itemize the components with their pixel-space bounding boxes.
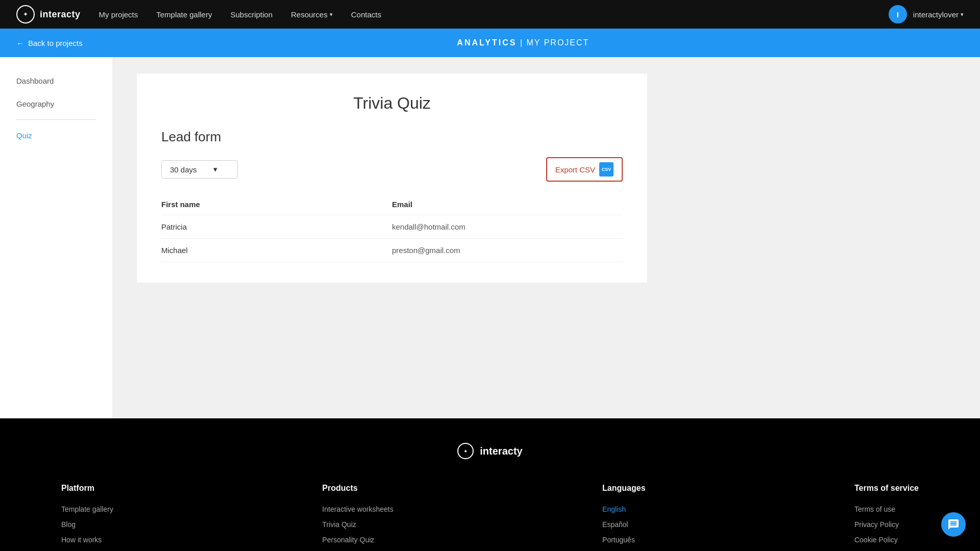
footer-col-platform-heading: Platform [61,484,113,493]
chat-button[interactable] [941,512,966,537]
content-area: Trivia Quiz Lead form 30 days ▾ Export C… [112,57,980,418]
footer-columns: Platform Template gallery Blog How it wo… [61,484,919,551]
chat-icon [947,518,960,531]
dropdown-caret-icon: ▾ [213,165,217,174]
footer-logo-text: interacty [480,445,522,457]
table-head: First name Email [161,194,623,215]
contacts-link[interactable]: Contacts [351,10,381,19]
footer-link-portugues[interactable]: Português [602,536,645,544]
footer-logo: ✦ interacty [61,443,919,459]
analytics-title: ANALYTICS | MY PROJECT [83,38,964,47]
footer-link-espanol[interactable]: Español [602,520,645,529]
nav-right: I interactylover ▾ [889,5,964,23]
lead-form-table: First name Email Patricia kendall@hotmai… [161,194,623,262]
table-row: Patricia kendall@hotmail.com [161,215,623,239]
export-csv-button[interactable]: Export CSV CSV [546,157,623,182]
footer: ✦ interacty Platform Template gallery Bl… [0,418,980,551]
footer-link-trivia-quiz[interactable]: Trivia Quiz [322,520,393,529]
back-arrow-icon: ← [16,39,24,47]
sidebar-divider [16,119,96,120]
nav-left: ✦ interacty My projects Template gallery… [16,5,381,23]
resources-link[interactable]: Resources ▾ [291,10,333,19]
template-gallery-link[interactable]: Template gallery [156,10,212,19]
lead-form-title: Lead form [161,129,623,145]
subscription-link[interactable]: Subscription [230,10,273,19]
col-header-email: Email [392,194,623,215]
table-row: Michael preston@gmail.com [161,239,623,262]
footer-col-terms-heading: Terms of service [854,484,919,493]
footer-col-platform: Platform Template gallery Blog How it wo… [61,484,113,551]
col-header-firstname: First name [161,194,392,215]
avatar: I [889,5,907,23]
main-card: Trivia Quiz Lead form 30 days ▾ Export C… [137,73,647,283]
table-header-row: First name Email [161,194,623,215]
footer-col-languages-heading: Languages [602,484,645,493]
main-layout: Dashboard Geography Quiz Trivia Quiz Lea… [0,57,980,418]
analytics-bar: ← Back to projects ANALYTICS | MY PROJEC… [0,29,980,57]
sidebar: Dashboard Geography Quiz [0,57,112,418]
sidebar-item-geography[interactable]: Geography [0,92,112,115]
back-button[interactable]: ← Back to projects [16,39,83,47]
quiz-title: Trivia Quiz [161,94,623,113]
top-nav: ✦ interacty My projects Template gallery… [0,0,980,29]
footer-col-languages: Languages English Español Português [602,484,645,551]
user-menu[interactable]: interactylover ▾ [913,10,964,19]
logo-icon: ✦ [16,5,35,23]
cell-firstname-2: Michael [161,239,392,262]
table-body: Patricia kendall@hotmail.com Michael pre… [161,215,623,262]
footer-link-template-gallery[interactable]: Template gallery [61,505,113,513]
logo[interactable]: ✦ interacty [16,5,81,23]
footer-link-terms-of-use[interactable]: Terms of use [854,505,919,513]
footer-link-how-it-works[interactable]: How it works [61,536,113,544]
footer-link-personality-quiz[interactable]: Personality Quiz [322,536,393,544]
footer-link-interactive-worksheets[interactable]: Interactive worksheets [322,505,393,513]
logo-text: interacty [40,9,81,20]
cell-email-1: kendall@hotmail.com [392,215,623,239]
cell-email-2: preston@gmail.com [392,239,623,262]
footer-col-terms: Terms of service Terms of use Privacy Po… [854,484,919,551]
filter-row: 30 days ▾ Export CSV CSV [161,157,623,182]
footer-col-products-heading: Products [322,484,393,493]
footer-logo-icon: ✦ [457,443,474,459]
footer-link-privacy-policy[interactable]: Privacy Policy [854,520,919,529]
footer-link-cookie-policy[interactable]: Cookie Policy [854,536,919,544]
my-projects-link[interactable]: My projects [99,10,138,19]
footer-link-english[interactable]: English [602,505,645,513]
sidebar-item-dashboard[interactable]: Dashboard [0,69,112,92]
cell-firstname-1: Patricia [161,215,392,239]
footer-col-products: Products Interactive worksheets Trivia Q… [322,484,393,551]
csv-icon: CSV [599,162,614,177]
resources-caret: ▾ [330,11,333,18]
days-filter[interactable]: 30 days ▾ [161,160,238,179]
user-caret: ▾ [961,11,964,18]
footer-link-blog[interactable]: Blog [61,520,113,529]
sidebar-item-quiz[interactable]: Quiz [0,124,112,147]
